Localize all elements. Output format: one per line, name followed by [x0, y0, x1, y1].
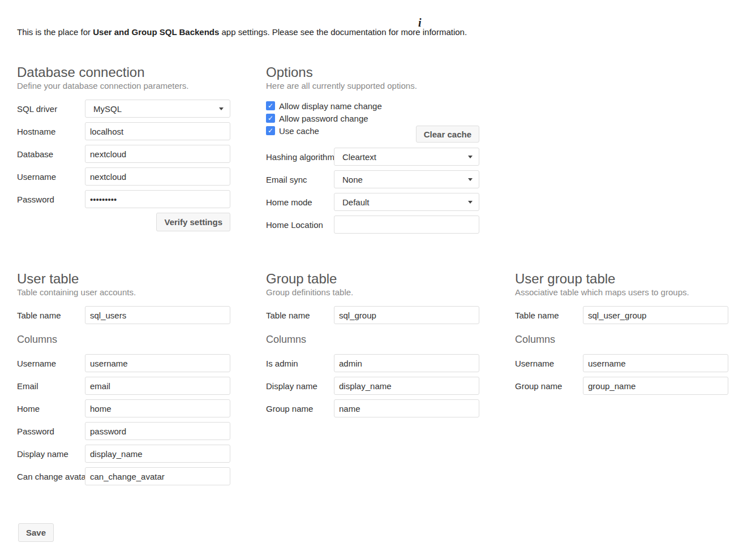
- email-sync-select-wrap: None: [334, 170, 479, 188]
- sql-driver-row: SQL driver MySQL: [17, 100, 230, 118]
- user-table-section: User table Table containing user account…: [17, 270, 230, 490]
- db-password-input[interactable]: [85, 190, 230, 208]
- checkmark-icon: ✓: [268, 127, 273, 134]
- group-table-name-input[interactable]: [334, 306, 479, 324]
- checkmark-icon: ✓: [268, 102, 273, 109]
- user-col-username-label: Username: [17, 359, 85, 368]
- group-col-display-name-row: Display name: [266, 377, 479, 395]
- home-mode-select[interactable]: Default: [334, 193, 479, 211]
- user-table-columns-heading: Columns: [17, 333, 230, 346]
- user-col-home-input[interactable]: [85, 399, 230, 417]
- usergroup-table-name-row: Table name: [515, 306, 728, 324]
- sql-driver-label: SQL driver: [17, 104, 85, 114]
- db-username-row: Username: [17, 167, 230, 186]
- database-input[interactable]: [85, 145, 230, 163]
- save-button[interactable]: Save: [18, 523, 54, 542]
- hostname-row: Hostname: [17, 122, 230, 140]
- user-col-email-label: Email: [17, 381, 85, 391]
- db-password-label: Password: [17, 195, 85, 204]
- db-username-label: Username: [17, 172, 85, 182]
- database-connection-subtitle: Define your database connection paramete…: [17, 80, 230, 92]
- user-col-display-name-row: Display name: [17, 445, 230, 463]
- group-col-display-name-input[interactable]: [334, 377, 479, 395]
- database-label: Database: [17, 149, 85, 159]
- allow-password-change-row[interactable]: ✓ Allow password change: [266, 112, 479, 124]
- user-col-email-input[interactable]: [85, 377, 230, 395]
- intro-text: This is the place for User and Group SQL…: [17, 27, 467, 37]
- usergroup-col-group-name-row: Group name: [515, 377, 728, 395]
- group-col-is-admin-input[interactable]: [334, 354, 479, 372]
- home-location-input[interactable]: [334, 216, 479, 234]
- user-col-can-change-avatar-row: Can change avatar: [17, 467, 230, 485]
- home-mode-select-wrap: Default: [334, 193, 479, 211]
- usergroup-col-group-name-input[interactable]: [583, 377, 728, 395]
- email-sync-label: Email sync: [266, 175, 334, 184]
- app-name: User and Group SQL Backends: [93, 27, 219, 37]
- database-row: Database: [17, 145, 230, 163]
- sql-driver-select[interactable]: MySQL: [85, 100, 230, 118]
- usergroup-table-name-input[interactable]: [583, 306, 728, 324]
- use-cache-label: Use cache: [279, 126, 319, 136]
- use-cache-checkbox[interactable]: ✓: [266, 126, 275, 135]
- allow-display-name-change-label: Allow display name change: [279, 101, 382, 111]
- user-table-subtitle: Table containing user accounts.: [17, 287, 230, 298]
- options-subtitle: Here are all currently supported options…: [266, 80, 479, 92]
- verify-settings-button[interactable]: Verify settings: [156, 213, 230, 231]
- clear-cache-button[interactable]: Clear cache: [416, 126, 479, 143]
- user-group-table-subtitle: Associative table which maps users to gr…: [515, 287, 728, 298]
- user-col-display-name-label: Display name: [17, 449, 85, 459]
- allow-password-change-label: Allow password change: [279, 114, 368, 123]
- hashing-algorithm-row: Hashing algorithm Cleartext: [266, 148, 479, 166]
- user-table-title: User table: [17, 270, 230, 287]
- usergroup-col-username-input[interactable]: [583, 354, 728, 372]
- home-location-label: Home Location: [266, 220, 334, 230]
- user-table-name-label: Table name: [17, 311, 85, 320]
- hashing-algorithm-select[interactable]: Cleartext: [334, 148, 479, 166]
- intro-prefix: This is the place for: [17, 27, 93, 37]
- hostname-input[interactable]: [85, 122, 230, 140]
- user-col-password-input[interactable]: [85, 422, 230, 440]
- email-sync-select[interactable]: None: [334, 170, 479, 188]
- usergroup-table-name-label: Table name: [515, 311, 583, 320]
- user-col-password-row: Password: [17, 422, 230, 440]
- sql-driver-select-wrap: MySQL: [85, 100, 230, 118]
- options-section: Options Here are all currently supported…: [266, 64, 479, 238]
- user-col-username-input[interactable]: [85, 354, 230, 372]
- user-col-email-row: Email: [17, 377, 230, 395]
- usergroup-col-group-name-label: Group name: [515, 381, 583, 391]
- db-username-input[interactable]: [85, 167, 230, 186]
- user-col-username-row: Username: [17, 354, 230, 372]
- hashing-algorithm-label: Hashing algorithm: [266, 152, 334, 162]
- group-table-name-row: Table name: [266, 306, 479, 324]
- allow-display-name-change-row[interactable]: ✓ Allow display name change: [266, 100, 479, 112]
- db-password-row: Password: [17, 190, 230, 208]
- group-table-columns-heading: Columns: [266, 333, 479, 346]
- database-connection-title: Database connection: [17, 64, 230, 80]
- intro-suffix: app settings. Please see the documentati…: [219, 27, 467, 37]
- user-table-name-input[interactable]: [85, 306, 230, 324]
- checkmark-icon: ✓: [268, 115, 273, 122]
- user-col-can-change-avatar-input[interactable]: [85, 467, 230, 485]
- group-col-group-name-input[interactable]: [334, 399, 479, 417]
- group-table-section: Group table Group definitions table. Tab…: [266, 270, 479, 422]
- user-col-home-label: Home: [17, 404, 85, 413]
- user-group-table-title: User group table: [515, 270, 728, 287]
- usergroup-col-username-row: Username: [515, 354, 728, 372]
- database-connection-section: Database connection Define your database…: [17, 64, 230, 231]
- options-title: Options: [266, 64, 479, 80]
- home-mode-label: Home mode: [266, 197, 334, 207]
- group-col-display-name-label: Display name: [266, 381, 334, 391]
- user-table-name-row: Table name: [17, 306, 230, 324]
- group-col-is-admin-label: Is admin: [266, 359, 334, 368]
- user-col-password-label: Password: [17, 427, 85, 436]
- home-mode-row: Home mode Default: [266, 193, 479, 211]
- allow-display-name-change-checkbox[interactable]: ✓: [266, 101, 275, 110]
- usergroup-col-username-label: Username: [515, 359, 583, 368]
- info-icon[interactable]: i: [418, 16, 422, 29]
- user-group-table-section: User group table Associative table which…: [515, 270, 728, 399]
- user-col-display-name-input[interactable]: [85, 445, 230, 463]
- allow-password-change-checkbox[interactable]: ✓: [266, 114, 275, 123]
- group-table-title: Group table: [266, 270, 479, 287]
- email-sync-row: Email sync None: [266, 170, 479, 188]
- group-col-group-name-label: Group name: [266, 404, 334, 413]
